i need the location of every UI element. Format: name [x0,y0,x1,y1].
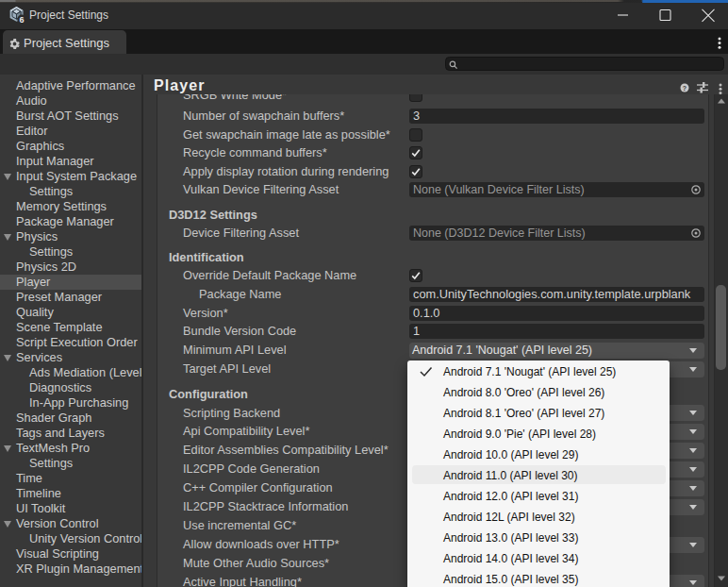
svg-text:6: 6 [19,15,24,25]
svg-text:?: ? [683,85,687,92]
